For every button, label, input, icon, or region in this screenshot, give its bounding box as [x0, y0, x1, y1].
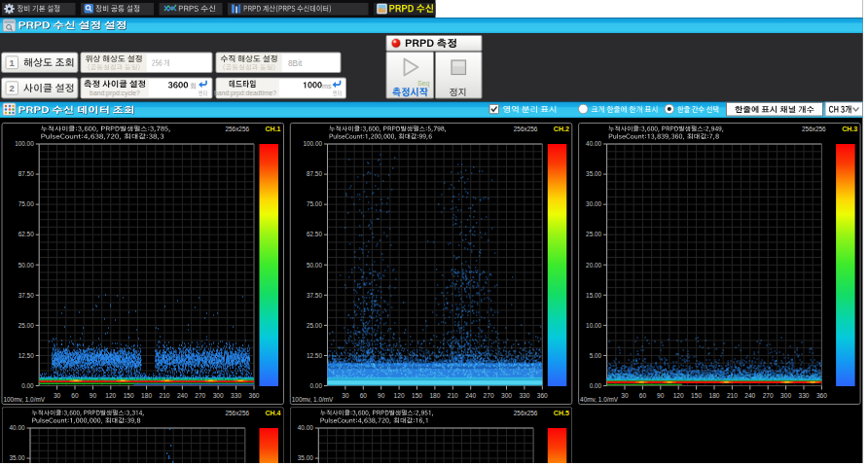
svg-text:150: 150: [691, 392, 702, 399]
svg-text:35.00: 35.00: [10, 454, 25, 461]
svg-text:50.00: 50.00: [18, 262, 34, 269]
svg-text:30: 30: [54, 392, 61, 399]
svg-text:90: 90: [657, 392, 665, 399]
svg-text:87.50: 87.50: [307, 170, 322, 177]
svg-text:120: 120: [673, 392, 684, 399]
svg-text:40.00: 40.00: [298, 424, 313, 431]
svg-text:210: 210: [727, 392, 738, 399]
svg-text:90: 90: [90, 392, 97, 399]
svg-text:256x256: 256x256: [225, 125, 249, 132]
svg-text:40.00: 40.00: [586, 140, 601, 147]
svg-text:0.00: 0.00: [310, 382, 323, 389]
svg-text:40mv, 1.0/mV: 40mv, 1.0/mV: [580, 396, 619, 403]
svg-text:60: 60: [360, 392, 368, 399]
svg-text:CH.4: CH.4: [266, 410, 281, 416]
svg-text:360: 360: [816, 392, 827, 399]
svg-text:25.00: 25.00: [307, 322, 322, 329]
svg-text:12.50: 12.50: [18, 352, 34, 359]
svg-text:300: 300: [213, 392, 224, 399]
svg-text:180: 180: [141, 392, 152, 399]
svg-text:band:prpd:cycle?: band:prpd:cycle?: [90, 90, 140, 97]
svg-text:150: 150: [412, 392, 422, 399]
svg-text:12.50: 12.50: [307, 352, 322, 359]
svg-text:15.00: 15.00: [586, 292, 601, 299]
svg-text:Seq: Seq: [417, 80, 430, 88]
svg-text:240: 240: [744, 392, 755, 399]
svg-text:330: 330: [519, 392, 529, 399]
svg-text:0.00: 0.00: [21, 382, 34, 389]
svg-text:ms: ms: [322, 82, 332, 90]
svg-text:100mv, 1.0/mV: 100mv, 1.0/mV: [292, 396, 334, 403]
svg-text:10.00: 10.00: [586, 322, 601, 329]
svg-text:25.00: 25.00: [586, 231, 601, 237]
svg-text:0.00: 0.00: [590, 382, 602, 389]
svg-text:360: 360: [537, 392, 548, 399]
svg-text:CH.2: CH.2: [554, 125, 569, 132]
svg-text:210: 210: [448, 392, 458, 399]
svg-text:100.00: 100.00: [15, 140, 34, 147]
svg-text:330: 330: [798, 392, 809, 399]
svg-text:25.00: 25.00: [18, 322, 34, 329]
svg-text:120: 120: [394, 392, 405, 399]
svg-text:50.00: 50.00: [307, 262, 322, 269]
svg-text:75.00: 75.00: [18, 200, 34, 207]
svg-text:270: 270: [763, 392, 774, 399]
svg-text:37.50: 37.50: [307, 292, 322, 299]
svg-text:120: 120: [105, 392, 116, 399]
svg-text:5.00: 5.00: [590, 352, 602, 359]
svg-text:20.00: 20.00: [586, 262, 601, 269]
svg-text:87.50: 87.50: [18, 170, 34, 177]
svg-text:1: 1: [10, 57, 16, 68]
svg-text:100mv, 1.0/mV: 100mv, 1.0/mV: [4, 396, 46, 403]
svg-text:256x256: 256x256: [514, 410, 538, 416]
svg-text:62.50: 62.50: [18, 231, 34, 237]
svg-text:330: 330: [231, 392, 241, 399]
svg-text:270: 270: [484, 392, 494, 399]
svg-text:360: 360: [248, 392, 259, 399]
svg-text:300: 300: [501, 392, 512, 399]
svg-text:8Bit: 8Bit: [288, 58, 303, 68]
svg-text:CH.1: CH.1: [266, 125, 281, 132]
svg-text:210: 210: [159, 392, 169, 399]
svg-text:CH.5: CH.5: [554, 410, 569, 416]
svg-text:30: 30: [621, 392, 629, 399]
svg-text:37.50: 37.50: [18, 292, 34, 299]
svg-text:90: 90: [378, 392, 385, 399]
svg-text:256x256: 256x256: [225, 410, 249, 416]
svg-text:2: 2: [10, 83, 15, 93]
svg-text:60: 60: [639, 392, 647, 399]
svg-text:100.00: 100.00: [303, 140, 322, 147]
svg-text:270: 270: [195, 392, 205, 399]
svg-text:35.00: 35.00: [586, 170, 601, 177]
svg-text:180: 180: [429, 392, 440, 399]
svg-text:62.50: 62.50: [307, 231, 322, 237]
svg-text:band:prpd:deadtime?: band:prpd:deadtime?: [214, 90, 276, 97]
svg-text:30.00: 30.00: [586, 200, 601, 207]
svg-text:300: 300: [780, 392, 791, 399]
svg-text:240: 240: [465, 392, 476, 399]
svg-text:150: 150: [124, 392, 134, 399]
svg-text:180: 180: [708, 392, 719, 399]
svg-text:30: 30: [342, 392, 349, 399]
svg-text:40.00: 40.00: [10, 424, 25, 431]
svg-text:75.00: 75.00: [307, 200, 322, 207]
svg-text:240: 240: [177, 392, 188, 399]
svg-text:60: 60: [71, 392, 79, 399]
svg-text:35.00: 35.00: [298, 454, 313, 461]
svg-text:CH.3: CH.3: [842, 125, 857, 132]
svg-text:256x256: 256x256: [514, 125, 538, 132]
svg-text:256x256: 256x256: [802, 125, 826, 132]
